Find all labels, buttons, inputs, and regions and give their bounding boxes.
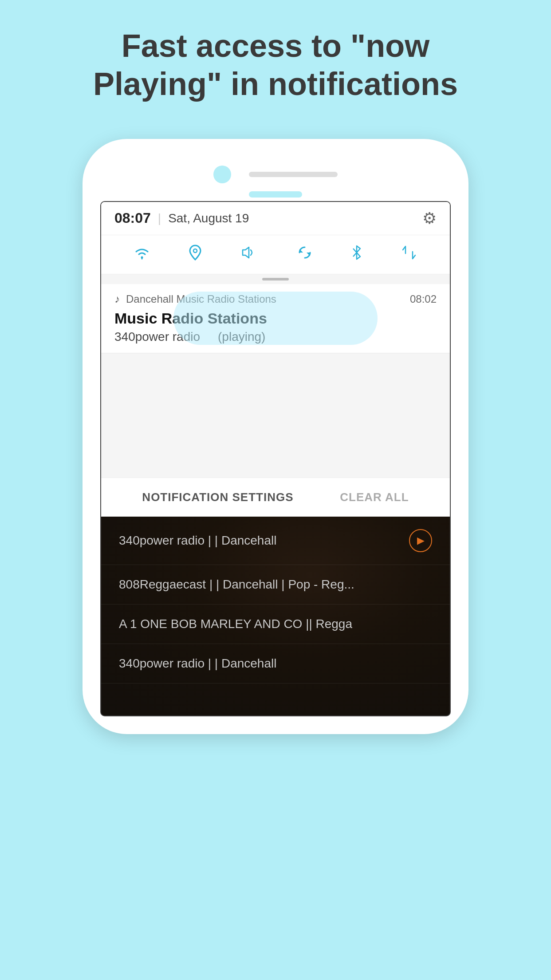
radio-item-text: 340power radio | | Dancehall — [119, 656, 432, 671]
headline: Fast access to "now Playing" in notifica… — [58, 27, 493, 103]
location-icon[interactable] — [189, 245, 202, 265]
gear-icon[interactable]: ⚙ — [422, 209, 437, 228]
phone-screen: 08:07 | Sat, August 19 ⚙ — [100, 201, 451, 716]
list-item[interactable]: 340power radio | | Dancehall ▶ — [101, 517, 450, 565]
list-item[interactable]: A 1 ONE BOB MARLEY AND CO || Regga — [101, 605, 450, 644]
status-bar: 08:07 | Sat, August 19 ⚙ — [101, 202, 450, 235]
drag-handle-bar — [262, 278, 289, 281]
list-item[interactable]: 808Reggaecast | | Dancehall | Pop - Reg.… — [101, 565, 450, 605]
phone-top-bar — [100, 157, 451, 188]
data-transfer-icon[interactable] — [401, 245, 417, 265]
radio-item-text: A 1 ONE BOB MARLEY AND CO || Regga — [119, 617, 432, 631]
app-screen: 340power radio | | Dancehall ▶ 808Reggae… — [101, 517, 450, 715]
phone-home-indicator — [249, 191, 302, 198]
status-date: Sat, August 19 — [168, 211, 249, 225]
list-item[interactable]: 340power radio | | Dancehall — [101, 644, 450, 684]
headline-line2: Playing" in notifications — [93, 66, 458, 102]
quick-settings — [101, 235, 450, 274]
svg-point-1 — [193, 249, 197, 253]
music-note-icon: ♪ — [114, 293, 120, 305]
notification-time: 08:02 — [410, 293, 437, 305]
notification-header: ♪ Dancehall Music Radio Stations 08:02 — [114, 293, 437, 305]
volume-icon[interactable] — [241, 245, 258, 264]
phone-mockup: 08:07 | Sat, August 19 ⚙ — [83, 139, 468, 734]
notification-station: 340power radio — [114, 330, 200, 344]
play-icon[interactable]: ▶ — [409, 529, 432, 552]
radio-item-text: 808Reggaecast | | Dancehall | Pop - Reg.… — [119, 577, 432, 592]
notification-subtitle: 340power radio (playing) — [114, 330, 437, 344]
status-separator: | — [158, 211, 161, 225]
sync-icon[interactable] — [297, 245, 313, 265]
notification-actions: NOTIFICATION SETTINGS CLEAR ALL — [101, 478, 450, 517]
phone-speaker — [249, 172, 338, 177]
notification-empty-area — [101, 353, 450, 478]
radio-station-list: 340power radio | | Dancehall ▶ 808Reggae… — [101, 517, 450, 684]
drag-handle — [101, 274, 450, 284]
notification-settings-button[interactable]: NOTIFICATION SETTINGS — [142, 490, 293, 504]
wifi-icon[interactable] — [134, 245, 150, 264]
notification-app-name: Dancehall Music Radio Stations — [126, 293, 404, 305]
radio-item-text: 340power radio | | Dancehall — [119, 533, 409, 548]
notification-title: Music Radio Stations — [114, 310, 437, 327]
status-left: 08:07 | Sat, August 19 — [114, 210, 249, 226]
notification-status: (playing) — [218, 330, 265, 344]
clear-all-button[interactable]: CLEAR ALL — [340, 490, 409, 504]
headline-line1: Fast access to "now — [122, 28, 429, 63]
status-time: 08:07 — [114, 210, 151, 226]
phone-camera — [213, 166, 231, 183]
bluetooth-icon[interactable] — [351, 244, 362, 265]
notification-card[interactable]: ♪ Dancehall Music Radio Stations 08:02 M… — [101, 284, 450, 353]
svg-point-0 — [141, 257, 143, 259]
